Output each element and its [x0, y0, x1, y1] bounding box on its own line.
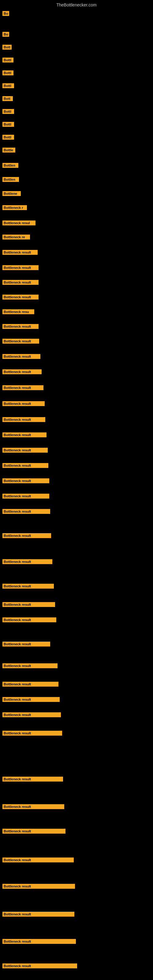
- list-item: Bottleneck result: [1, 910, 74, 918]
- list-item: Bott: [1, 94, 13, 103]
- bottleneck-label: Bottleneck result: [2, 478, 49, 483]
- list-item: Bottl: [1, 56, 13, 64]
- bottleneck-label: Bottleneck result: [2, 369, 41, 374]
- list-item: Bottleneck r: [1, 204, 27, 212]
- list-item: Bottle: [1, 146, 15, 154]
- bottleneck-label: Bottleneck result: [2, 509, 50, 514]
- list-item: Bottleneck result: [1, 248, 38, 257]
- bottleneck-label: Bottleneck result: [2, 463, 48, 468]
- bottleneck-label: Bottleneck result: [2, 617, 56, 622]
- bottleneck-label: Bottleneck result: [2, 401, 45, 406]
- bottleneck-label: Bottl: [2, 70, 13, 75]
- bottleneck-label: Bottleneck result: [2, 385, 43, 390]
- list-item: Bottleneck resul: [1, 219, 35, 227]
- list-item: Bottleneck result: [1, 507, 50, 516]
- list-item: Bott: [1, 43, 12, 51]
- bottleneck-label: Bottleneck result: [2, 433, 46, 438]
- bottleneck-label: Bottleneck r: [2, 205, 27, 210]
- bottleneck-label: Bottleneck result: [2, 533, 51, 538]
- bottleneck-label: Bottleneck result: [2, 494, 49, 499]
- bottleneck-label: Bottleneck result: [2, 776, 63, 781]
- bottleneck-label: Bottleneck result: [2, 559, 52, 564]
- list-item: Bottleneck result: [1, 557, 52, 566]
- bottleneck-label: Bottleneck result: [2, 697, 60, 702]
- bottleneck-label: Bottleneck result: [2, 339, 39, 344]
- bottleneck-label: Bottleneck result: [2, 250, 38, 255]
- list-item: Bottleneck result: [1, 640, 50, 648]
- list-item: Bottleneck result: [1, 882, 75, 891]
- list-item: Bottleneck result: [1, 695, 60, 704]
- bottleneck-label: Bottl: [2, 83, 14, 88]
- bottleneck-label: Bott: [2, 96, 13, 101]
- list-item: Bottlene: [1, 189, 21, 198]
- bottleneck-label: Bottleneck result: [2, 682, 59, 687]
- list-item: Bottl: [1, 107, 14, 116]
- bottleneck-label: Bottl: [2, 122, 14, 127]
- list-item: Bottleneck result: [1, 962, 77, 970]
- list-item: Bottleneck result: [1, 431, 46, 439]
- list-item: Bottleneck re: [1, 233, 30, 241]
- list-item: Bottlen: [1, 175, 19, 184]
- list-item: Bottleneck result: [1, 827, 65, 835]
- bottleneck-label: Bo: [2, 11, 9, 16]
- list-item: Bottl: [1, 68, 13, 77]
- list-item: Bo: [1, 9, 9, 18]
- bottleneck-label: Bottleneck result: [2, 912, 74, 916]
- bottleneck-label: Bottleneck result: [2, 731, 62, 736]
- list-item: Bottleneck result: [1, 446, 48, 455]
- list-item: Bottleneck result: [1, 856, 74, 864]
- list-item: Bottlen: [1, 161, 18, 170]
- list-item: Bo: [1, 30, 9, 38]
- bottleneck-label: Bottleneck result: [2, 584, 54, 589]
- bottleneck-label: Bottlen: [2, 163, 18, 168]
- bottleneck-label: Bottleneck result: [2, 324, 38, 329]
- bottleneck-label: Bottleneck result: [2, 641, 50, 646]
- list-item: Bottleneck result: [1, 352, 40, 361]
- list-item: Bottl: [1, 120, 14, 129]
- bottleneck-label: Bottleneck result: [2, 804, 64, 809]
- bottleneck-label: Bottlene: [2, 191, 21, 196]
- list-item: Bottleneck result: [1, 293, 38, 301]
- list-item: Bottleneck result: [1, 278, 38, 286]
- list-item: Bottleneck result: [1, 399, 45, 408]
- bottleneck-label: Bottleneck resu: [2, 309, 34, 314]
- list-item: Bottleneck result: [1, 680, 59, 689]
- list-item: Bottleneck result: [1, 616, 56, 624]
- bottleneck-label: Bottlen: [2, 177, 19, 182]
- list-item: Bottleneck result: [1, 600, 55, 609]
- list-item: Bottl: [1, 133, 14, 142]
- list-item: Bottleneck result: [1, 322, 38, 331]
- list-item: Bottl: [1, 81, 14, 90]
- list-item: Bottleneck result: [1, 263, 38, 272]
- site-title: TheBottlenecker.com: [0, 0, 153, 9]
- list-item: Bottleneck result: [1, 477, 49, 485]
- bottleneck-label: Bottleneck result: [2, 294, 38, 299]
- list-item: Bottleneck result: [1, 383, 43, 392]
- bottleneck-label: Bottleneck result: [2, 663, 57, 668]
- list-item: Bottleneck resu: [1, 307, 34, 316]
- list-item: Bottleneck result: [1, 337, 39, 345]
- bottleneck-label: Bottl: [2, 57, 13, 62]
- list-item: Bottleneck result: [1, 711, 61, 719]
- bottleneck-label: Bottleneck result: [2, 354, 40, 359]
- bottleneck-label: Bottleneck result: [2, 448, 48, 453]
- bottleneck-label: Bottleneck result: [2, 712, 61, 717]
- bottleneck-label: Bottleneck result: [2, 280, 38, 285]
- list-item: Bottleneck result: [1, 802, 64, 811]
- bottleneck-label: Bottleneck result: [2, 265, 38, 270]
- list-item: Bottleneck result: [1, 415, 45, 424]
- list-item: Bottleneck result: [1, 461, 48, 470]
- bottleneck-label: Bottleneck result: [2, 964, 77, 968]
- bottleneck-label: Bottleneck result: [2, 884, 75, 889]
- list-item: Bottleneck result: [1, 492, 49, 500]
- bottleneck-label: Bottleneck result: [2, 829, 65, 834]
- bottleneck-label: Bottl: [2, 135, 14, 140]
- list-item: Bottleneck result: [1, 662, 57, 670]
- list-item: Bottleneck result: [1, 775, 63, 783]
- list-item: Bottleneck result: [1, 531, 51, 540]
- bottleneck-label: Bottleneck result: [2, 858, 74, 862]
- list-item: Bottleneck result: [1, 729, 62, 737]
- list-item: Bottleneck result: [1, 368, 41, 376]
- list-item: Bottleneck result: [1, 582, 54, 590]
- bottleneck-label: Bottle: [2, 148, 15, 153]
